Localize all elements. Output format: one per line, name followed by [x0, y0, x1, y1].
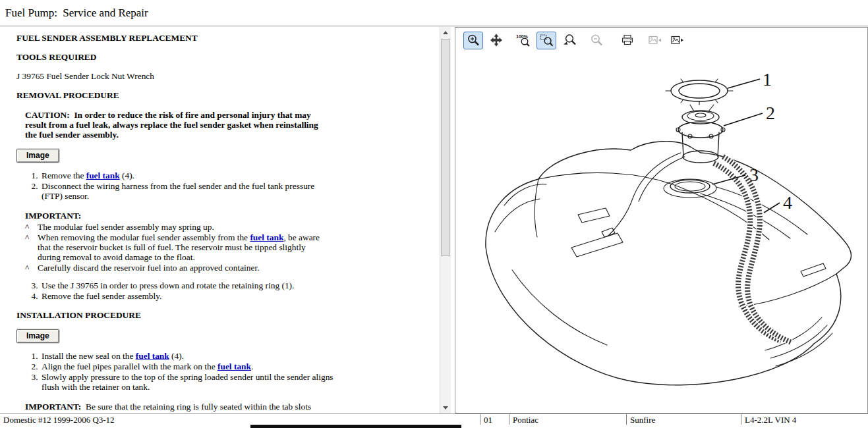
pan-button[interactable]: [486, 32, 506, 49]
previous-image-button[interactable]: [645, 32, 664, 49]
next-image-icon: [670, 33, 685, 47]
fuel-tank-link[interactable]: fuel tank: [250, 232, 283, 242]
text-segment: (4).: [169, 351, 184, 361]
callout-3: 3: [749, 165, 759, 185]
important-item: ^The modular fuel sender assembly may sp…: [25, 222, 434, 232]
zoom-out-icon: [589, 33, 604, 47]
text-segment: Disconnect the wiring harness from the f…: [42, 181, 314, 201]
image-button-row: Image: [16, 329, 434, 343]
section-heading: REMOVAL PROCEDURE: [16, 90, 434, 100]
app-window: Fuel Pump: Service and Repair FUEL SENDE…: [0, 0, 868, 428]
important-item-text: The modular fuel sender assembly may spr…: [38, 222, 325, 232]
zoom-100-button[interactable]: 100%: [513, 32, 533, 49]
callout-2: 2: [766, 103, 775, 123]
callout-4: 4: [783, 192, 792, 213]
important-item: ^When removing the modular fuel sender a…: [25, 232, 434, 262]
section-heading: TOOLS REQUIRED: [16, 52, 434, 62]
vertical-scrollbar[interactable]: [440, 27, 451, 414]
zoom-in-icon: [466, 33, 480, 47]
fuel-tank-link[interactable]: fuel tank: [217, 361, 251, 371]
fuel-tank-link[interactable]: fuel tank: [136, 351, 169, 361]
svg-text:100%: 100%: [516, 34, 529, 39]
caution-note: CAUTION: In order to reduce the risk of …: [25, 110, 320, 140]
document-panel: FUEL SENDER ASSEMBLY REPLACEMENTTOOLS RE…: [0, 27, 451, 414]
zoom-in-button[interactable]: [463, 32, 483, 49]
text-segment: Install the new seal on the: [42, 351, 136, 361]
important-note: IMPORTANT: Be sure that the retaining ri…: [25, 402, 434, 412]
procedure-list: Install the new seal on the fuel tank (4…: [16, 351, 434, 392]
status-make: Pontiac: [509, 414, 626, 425]
callout-1: 1: [763, 69, 772, 90]
important-item-text: Carefully discard the reservoir fuel int…: [38, 263, 325, 273]
important-label: IMPORTANT:: [25, 402, 81, 412]
image-button[interactable]: Image: [16, 149, 59, 163]
section-heading: INSTALLATION PROCEDURE: [16, 310, 434, 320]
procedure-step: Use the J 39765 in order to press down a…: [40, 281, 335, 290]
main-content: FUEL SENDER ASSEMBLY REPLACEMENTTOOLS RE…: [0, 27, 868, 414]
status-code: 01: [480, 414, 509, 425]
text-segment: Use the J 39765 in order to press down a…: [42, 281, 294, 290]
procedure-step: Slowly apply pressure to the top of the …: [40, 372, 335, 392]
procedure-step: Remove the fuel sender assembly.: [40, 291, 335, 301]
text-segment: Slowly apply pressure to the top of the …: [42, 372, 333, 392]
print-icon: [620, 33, 635, 47]
important-item-text: When removing the modular fuel sender as…: [38, 232, 325, 262]
zoom-dynamic-icon: [562, 33, 577, 47]
important-note: IMPORTANT:: [25, 211, 434, 221]
print-button[interactable]: [618, 32, 637, 49]
background-window-fragment: [250, 425, 461, 428]
procedure-step: Remove the fuel tank (4).: [40, 171, 335, 180]
down-arrow-icon: [443, 406, 448, 410]
status-bar: Domestic #12 1999-2006 Q3-12 01 Pontiac …: [0, 414, 868, 425]
scroll-up-button[interactable]: [440, 27, 451, 38]
procedure-list: Remove the fuel tank (4).Disconnect the …: [16, 171, 434, 201]
fuel-tank-link[interactable]: fuel tank: [86, 171, 120, 180]
text-segment: .: [251, 361, 253, 371]
zoom-window-button[interactable]: [536, 32, 556, 49]
paragraph: J 39765 Fuel Sender Lock Nut Wrench: [16, 71, 434, 81]
drawing-canvas[interactable]: 1 2 3 4: [455, 53, 867, 413]
procedure-step: Install the new seal on the fuel tank (4…: [40, 351, 335, 361]
zoom-dynamic-button[interactable]: [560, 32, 579, 49]
important-text: Be sure that the retaining ring is fully…: [81, 402, 311, 412]
previous-image-icon: [647, 33, 662, 47]
procedure-list: Use the J 39765 in order to press down a…: [16, 281, 434, 301]
status-engine: L4-2.2L VIN 4: [741, 414, 868, 425]
up-arrow-icon: [443, 31, 448, 34]
text-segment: (4).: [120, 171, 134, 180]
procedure-step: Align the fuel pipes parallel with the m…: [40, 361, 335, 371]
text-segment: Remove the fuel sender assembly.: [42, 291, 161, 301]
zoom-out-button[interactable]: [587, 32, 606, 49]
text-segment: The modular fuel sender assembly may spr…: [38, 222, 214, 232]
section-heading: FUEL SENDER ASSEMBLY REPLACEMENT: [16, 33, 434, 43]
image-button[interactable]: Image: [16, 329, 59, 343]
scrollbar-thumb[interactable]: [441, 39, 450, 256]
status-source: Domestic #12 1999-2006 Q3-12: [0, 414, 480, 425]
important-item: ^Carefully discard the reservoir fuel in…: [25, 263, 434, 273]
status-model: Sunfire: [626, 414, 741, 425]
text-segment: Remove the: [42, 171, 86, 180]
important-label: IMPORTANT:: [25, 211, 81, 221]
caret-marker: ^: [25, 263, 38, 273]
zoom-window-icon: [539, 33, 554, 47]
document-body: FUEL SENDER ASSEMBLY REPLACEMENTTOOLS RE…: [0, 27, 439, 414]
page-title: Fuel Pump: Service and Repair: [0, 0, 868, 26]
image-button-row: Image: [16, 149, 434, 163]
procedure-step: Disconnect the wiring harness from the f…: [40, 181, 335, 201]
text-segment: Align the fuel pipes parallel with the m…: [42, 361, 217, 371]
text-segment: Carefully discard the reservoir fuel int…: [38, 263, 260, 273]
next-image-button[interactable]: [668, 32, 687, 49]
zoom-100-icon: 100%: [515, 33, 531, 47]
caret-marker: ^: [25, 222, 38, 232]
viewer-toolbar: 100%: [455, 28, 867, 53]
fuel-tank-diagram: 1 2 3 4: [455, 53, 867, 412]
image-viewer-panel: 100%: [455, 27, 868, 414]
caret-marker: ^: [25, 232, 38, 262]
important-items: ^The modular fuel sender assembly may sp…: [25, 222, 434, 273]
pan-icon: [489, 33, 504, 47]
scroll-down-button[interactable]: [440, 402, 451, 414]
text-segment: When removing the modular fuel sender as…: [38, 232, 250, 242]
